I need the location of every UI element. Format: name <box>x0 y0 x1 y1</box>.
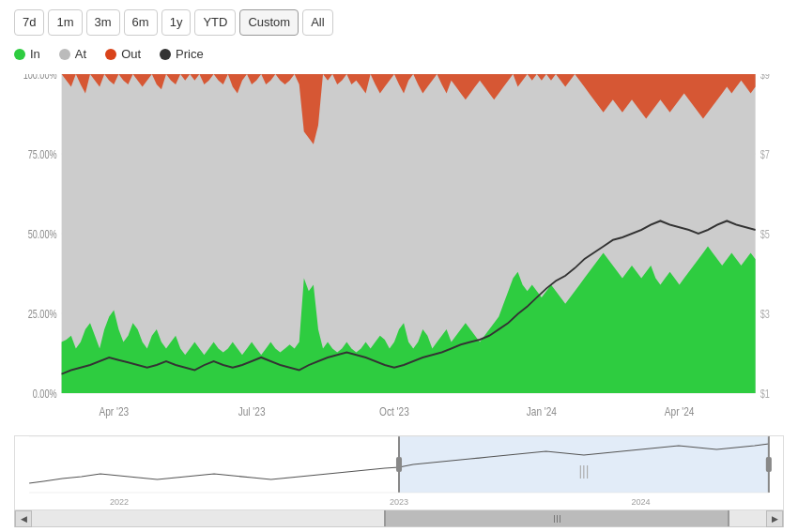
btn-custom[interactable]: Custom <box>239 9 299 36</box>
scroll-thumb-grip <box>554 515 560 523</box>
legend-dot-at <box>59 49 70 60</box>
legend-label-in: In <box>30 47 40 61</box>
svg-text:$7: $7 <box>760 148 770 161</box>
legend-dot-price <box>160 49 171 60</box>
legend-label-out: Out <box>121 47 141 61</box>
chart-legend: In At Out Price <box>14 47 784 61</box>
svg-text:$9: $9 <box>760 74 770 82</box>
svg-text:$1: $1 <box>760 388 770 401</box>
scroll-left-arrow[interactable]: ◀ <box>15 510 32 527</box>
svg-text:Apr '24: Apr '24 <box>665 404 695 419</box>
scroll-track[interactable] <box>32 510 766 526</box>
svg-text:50.00%: 50.00% <box>28 228 57 241</box>
legend-dot-out <box>105 49 116 60</box>
legend-dot-in <box>14 49 25 60</box>
svg-text:100.00%: 100.00% <box>23 74 57 82</box>
main-chart-section: 100.00% 75.00% 50.00% 25.00% 0.00% $9 $7… <box>14 74 784 432</box>
btn-6m[interactable]: 6m <box>124 9 158 36</box>
svg-rect-25 <box>29 436 399 493</box>
legend-label-at: At <box>75 47 86 61</box>
scroll-right-arrow[interactable]: ▶ <box>766 510 783 527</box>
main-chart-svg: 100.00% 75.00% 50.00% 25.00% 0.00% $9 $7… <box>14 74 784 432</box>
svg-text:75.00%: 75.00% <box>28 148 57 161</box>
svg-text:Apr '23: Apr '23 <box>99 404 129 419</box>
svg-text:$5: $5 <box>760 228 770 241</box>
time-range-buttons: 7d 1m 3m 6m 1y YTD Custom All <box>14 9 784 36</box>
svg-rect-30 <box>766 457 772 472</box>
grip-line-3 <box>560 515 560 523</box>
scrollbar[interactable]: ◀ ▶ <box>14 510 784 527</box>
svg-text:2023: 2023 <box>390 497 408 507</box>
btn-1y[interactable]: 1y <box>161 9 192 36</box>
legend-price: Price <box>160 47 204 61</box>
main-container: 7d 1m 3m 6m 1y YTD Custom All In At Out … <box>0 0 798 532</box>
legend-out: Out <box>105 47 141 61</box>
svg-text:Jul '23: Jul '23 <box>238 404 266 419</box>
navigator-section: 2022 2023 2024 ||| <box>14 435 784 510</box>
svg-text:0.00%: 0.00% <box>33 388 57 401</box>
legend-in: In <box>14 47 40 61</box>
legend-at: At <box>59 47 86 61</box>
legend-label-price: Price <box>176 47 204 61</box>
svg-text:Jan '24: Jan '24 <box>527 404 558 419</box>
svg-text:2024: 2024 <box>631 497 650 507</box>
btn-ytd[interactable]: YTD <box>194 9 236 36</box>
grip-line-2 <box>557 515 558 523</box>
svg-text:25.00%: 25.00% <box>28 308 57 321</box>
svg-rect-28 <box>396 457 402 472</box>
btn-1m[interactable]: 1m <box>48 9 82 36</box>
btn-3m[interactable]: 3m <box>86 9 120 36</box>
grip-line-1 <box>554 515 555 523</box>
svg-text:$3: $3 <box>760 308 770 321</box>
svg-text:|||: ||| <box>578 464 589 479</box>
btn-7d[interactable]: 7d <box>14 9 44 36</box>
svg-text:2022: 2022 <box>110 497 129 507</box>
btn-all[interactable]: All <box>302 9 332 36</box>
svg-text:Oct '23: Oct '23 <box>379 404 409 419</box>
scroll-thumb[interactable] <box>384 510 729 526</box>
navigator-svg: 2022 2023 2024 ||| <box>15 436 783 509</box>
